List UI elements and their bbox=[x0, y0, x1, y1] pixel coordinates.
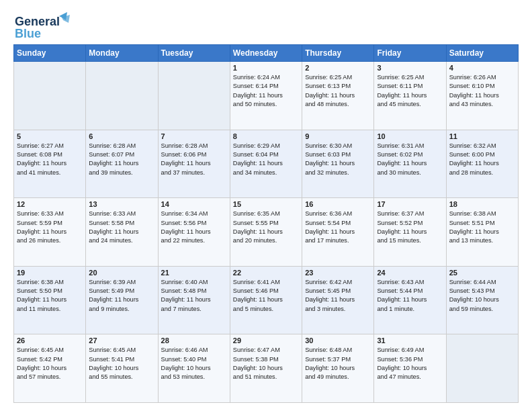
day-info: Sunrise: 6:29 AMSunset: 6:04 PMDaylight:… bbox=[233, 142, 299, 177]
day-info: Sunrise: 6:36 AMSunset: 5:54 PMDaylight:… bbox=[305, 210, 371, 245]
day-info: Sunrise: 6:35 AMSunset: 5:55 PMDaylight:… bbox=[233, 210, 299, 245]
calendar-cell: 8Sunrise: 6:29 AMSunset: 6:04 PMDaylight… bbox=[230, 130, 302, 198]
day-info: Sunrise: 6:30 AMSunset: 6:03 PMDaylight:… bbox=[305, 142, 371, 177]
svg-text:General: General bbox=[15, 15, 60, 28]
day-number: 22 bbox=[233, 269, 299, 277]
calendar-cell: 10Sunrise: 6:31 AMSunset: 6:02 PMDayligh… bbox=[374, 130, 446, 198]
calendar-cell: 31Sunrise: 6:49 AMSunset: 5:36 PMDayligh… bbox=[374, 334, 446, 403]
day-info: Sunrise: 6:34 AMSunset: 5:56 PMDaylight:… bbox=[161, 210, 227, 245]
day-info: Sunrise: 6:39 AMSunset: 5:49 PMDaylight:… bbox=[89, 278, 154, 314]
day-info: Sunrise: 6:32 AMSunset: 6:00 PMDaylight:… bbox=[449, 142, 515, 177]
day-number: 25 bbox=[449, 269, 515, 277]
day-number: 21 bbox=[161, 269, 227, 277]
calendar-cell: 21Sunrise: 6:40 AMSunset: 5:48 PMDayligh… bbox=[158, 266, 230, 334]
calendar-cell bbox=[86, 62, 158, 130]
logo-svg: General Blue bbox=[13, 11, 74, 40]
calendar-cell: 7Sunrise: 6:28 AMSunset: 6:06 PMDaylight… bbox=[158, 130, 230, 198]
day-number: 30 bbox=[305, 336, 371, 345]
day-info: Sunrise: 6:44 AMSunset: 5:43 PMDaylight:… bbox=[449, 278, 515, 314]
day-info: Sunrise: 6:31 AMSunset: 6:02 PMDaylight:… bbox=[377, 142, 443, 177]
day-number: 29 bbox=[233, 336, 299, 345]
calendar-cell: 6Sunrise: 6:28 AMSunset: 6:07 PMDaylight… bbox=[86, 130, 158, 198]
calendar-cell bbox=[446, 334, 518, 403]
calendar-cell: 29Sunrise: 6:47 AMSunset: 5:38 PMDayligh… bbox=[230, 334, 302, 403]
day-info: Sunrise: 6:25 AMSunset: 6:11 PMDaylight:… bbox=[377, 73, 443, 109]
day-info: Sunrise: 6:27 AMSunset: 6:08 PMDaylight:… bbox=[17, 142, 83, 177]
day-number: 13 bbox=[89, 200, 154, 208]
day-number: 23 bbox=[305, 269, 371, 277]
day-number: 1 bbox=[233, 64, 299, 72]
calendar-header-thursday: Thursday bbox=[302, 45, 374, 62]
day-number: 27 bbox=[89, 336, 154, 345]
header: General Blue bbox=[13, 11, 519, 40]
day-info: Sunrise: 6:28 AMSunset: 6:07 PMDaylight:… bbox=[89, 142, 154, 177]
calendar-cell: 25Sunrise: 6:44 AMSunset: 5:43 PMDayligh… bbox=[446, 266, 518, 334]
day-info: Sunrise: 6:45 AMSunset: 5:41 PMDaylight:… bbox=[89, 346, 154, 381]
calendar-cell: 24Sunrise: 6:43 AMSunset: 5:44 PMDayligh… bbox=[374, 266, 446, 334]
day-number: 31 bbox=[377, 336, 443, 345]
day-info: Sunrise: 6:41 AMSunset: 5:46 PMDaylight:… bbox=[233, 278, 299, 314]
day-number: 20 bbox=[89, 269, 154, 277]
day-info: Sunrise: 6:26 AMSunset: 6:10 PMDaylight:… bbox=[449, 73, 515, 109]
day-info: Sunrise: 6:28 AMSunset: 6:06 PMDaylight:… bbox=[161, 142, 227, 177]
calendar-header-wednesday: Wednesday bbox=[230, 45, 302, 62]
calendar-cell: 5Sunrise: 6:27 AMSunset: 6:08 PMDaylight… bbox=[14, 130, 86, 198]
calendar-header-saturday: Saturday bbox=[446, 45, 518, 62]
day-number: 28 bbox=[161, 336, 227, 345]
calendar-week-1: 1Sunrise: 6:24 AMSunset: 6:14 PMDaylight… bbox=[14, 62, 519, 130]
day-info: Sunrise: 6:40 AMSunset: 5:48 PMDaylight:… bbox=[161, 278, 227, 314]
calendar-header-tuesday: Tuesday bbox=[158, 45, 230, 62]
calendar-cell: 14Sunrise: 6:34 AMSunset: 5:56 PMDayligh… bbox=[158, 198, 230, 267]
calendar-cell: 11Sunrise: 6:32 AMSunset: 6:00 PMDayligh… bbox=[446, 130, 518, 198]
svg-text:Blue: Blue bbox=[15, 27, 41, 40]
calendar-header-friday: Friday bbox=[374, 45, 446, 62]
calendar-cell: 30Sunrise: 6:48 AMSunset: 5:37 PMDayligh… bbox=[302, 334, 374, 403]
day-number: 12 bbox=[17, 200, 83, 208]
calendar-cell: 22Sunrise: 6:41 AMSunset: 5:46 PMDayligh… bbox=[230, 266, 302, 334]
calendar-cell: 15Sunrise: 6:35 AMSunset: 5:55 PMDayligh… bbox=[230, 198, 302, 267]
day-info: Sunrise: 6:33 AMSunset: 5:59 PMDaylight:… bbox=[17, 210, 83, 245]
page: General Blue SundayMondayTuesdayWednesda… bbox=[0, 0, 532, 411]
day-number: 3 bbox=[377, 64, 443, 72]
day-info: Sunrise: 6:42 AMSunset: 5:45 PMDaylight:… bbox=[305, 278, 371, 314]
calendar-cell bbox=[158, 62, 230, 130]
day-info: Sunrise: 6:46 AMSunset: 5:40 PMDaylight:… bbox=[161, 346, 227, 381]
logo: General Blue bbox=[13, 11, 74, 40]
calendar-cell bbox=[14, 62, 86, 130]
calendar-cell: 20Sunrise: 6:39 AMSunset: 5:49 PMDayligh… bbox=[86, 266, 158, 334]
calendar-table: SundayMondayTuesdayWednesdayThursdayFrid… bbox=[13, 44, 519, 403]
calendar-cell: 26Sunrise: 6:45 AMSunset: 5:42 PMDayligh… bbox=[14, 334, 86, 403]
calendar-cell: 17Sunrise: 6:37 AMSunset: 5:52 PMDayligh… bbox=[374, 198, 446, 267]
day-number: 10 bbox=[377, 132, 443, 140]
calendar-header-monday: Monday bbox=[86, 45, 158, 62]
day-info: Sunrise: 6:25 AMSunset: 6:13 PMDaylight:… bbox=[305, 73, 371, 109]
day-number: 4 bbox=[449, 64, 515, 72]
day-info: Sunrise: 6:48 AMSunset: 5:37 PMDaylight:… bbox=[305, 346, 371, 381]
day-info: Sunrise: 6:38 AMSunset: 5:51 PMDaylight:… bbox=[449, 210, 515, 245]
calendar-cell: 9Sunrise: 6:30 AMSunset: 6:03 PMDaylight… bbox=[302, 130, 374, 198]
calendar-week-2: 5Sunrise: 6:27 AMSunset: 6:08 PMDaylight… bbox=[14, 130, 519, 198]
calendar-cell: 23Sunrise: 6:42 AMSunset: 5:45 PMDayligh… bbox=[302, 266, 374, 334]
calendar-header-sunday: Sunday bbox=[14, 45, 86, 62]
day-info: Sunrise: 6:33 AMSunset: 5:58 PMDaylight:… bbox=[89, 210, 154, 245]
calendar-cell: 3Sunrise: 6:25 AMSunset: 6:11 PMDaylight… bbox=[374, 62, 446, 130]
calendar-cell: 16Sunrise: 6:36 AMSunset: 5:54 PMDayligh… bbox=[302, 198, 374, 267]
calendar-cell: 1Sunrise: 6:24 AMSunset: 6:14 PMDaylight… bbox=[230, 62, 302, 130]
day-number: 26 bbox=[17, 336, 83, 345]
day-number: 16 bbox=[305, 200, 371, 208]
day-info: Sunrise: 6:43 AMSunset: 5:44 PMDaylight:… bbox=[377, 278, 443, 314]
day-number: 6 bbox=[89, 132, 154, 140]
calendar-header-row: SundayMondayTuesdayWednesdayThursdayFrid… bbox=[14, 45, 519, 62]
day-number: 7 bbox=[161, 132, 227, 140]
calendar-cell: 19Sunrise: 6:38 AMSunset: 5:50 PMDayligh… bbox=[14, 266, 86, 334]
calendar-cell: 13Sunrise: 6:33 AMSunset: 5:58 PMDayligh… bbox=[86, 198, 158, 267]
day-number: 17 bbox=[377, 200, 443, 208]
day-number: 9 bbox=[305, 132, 371, 140]
day-number: 14 bbox=[161, 200, 227, 208]
day-info: Sunrise: 6:38 AMSunset: 5:50 PMDaylight:… bbox=[17, 278, 83, 314]
calendar-cell: 4Sunrise: 6:26 AMSunset: 6:10 PMDaylight… bbox=[446, 62, 518, 130]
day-number: 18 bbox=[449, 200, 515, 208]
day-info: Sunrise: 6:49 AMSunset: 5:36 PMDaylight:… bbox=[377, 346, 443, 381]
calendar-cell: 28Sunrise: 6:46 AMSunset: 5:40 PMDayligh… bbox=[158, 334, 230, 403]
day-number: 15 bbox=[233, 200, 299, 208]
